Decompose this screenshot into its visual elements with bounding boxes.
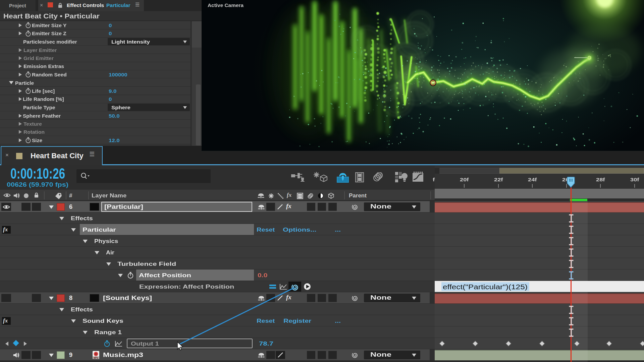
svg-text:MP3: MP3 bbox=[94, 357, 98, 359]
